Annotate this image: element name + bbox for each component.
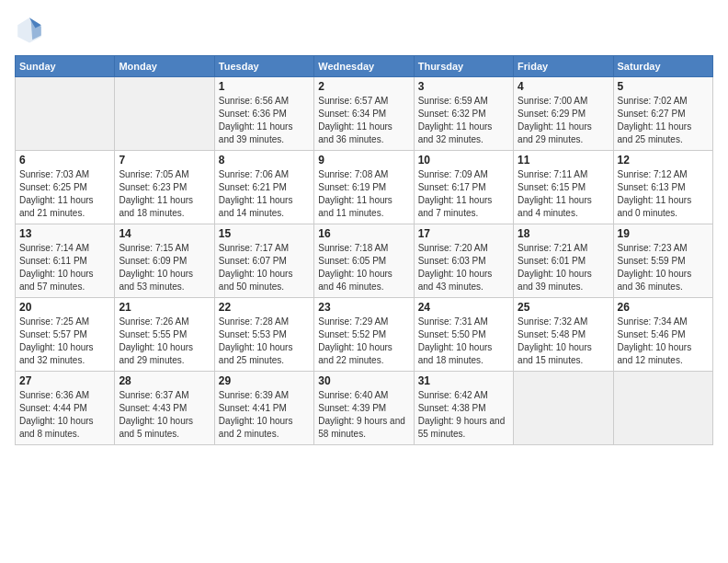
day-number: 4 [518, 80, 609, 93]
day-number: 26 [618, 301, 709, 314]
day-info: Sunrise: 7:25 AM Sunset: 5:57 PM Dayligh… [19, 316, 110, 367]
day-info: Sunrise: 7:14 AM Sunset: 6:11 PM Dayligh… [19, 242, 110, 293]
day-info: Sunrise: 7:02 AM Sunset: 6:27 PM Dayligh… [618, 95, 709, 146]
day-info: Sunrise: 7:05 AM Sunset: 6:23 PM Dayligh… [119, 168, 210, 220]
calendar-cell: 15Sunrise: 7:17 AM Sunset: 6:07 PM Dayli… [214, 224, 313, 298]
day-info: Sunrise: 7:31 AM Sunset: 5:50 PM Dayligh… [418, 316, 509, 367]
calendar-cell: 21Sunrise: 7:26 AM Sunset: 5:55 PM Dayli… [115, 298, 214, 372]
calendar-cell [16, 77, 115, 151]
calendar-cell: 7Sunrise: 7:05 AM Sunset: 6:23 PM Daylig… [115, 151, 214, 224]
logo [15, 15, 50, 44]
day-info: Sunrise: 7:09 AM Sunset: 6:17 PM Dayligh… [418, 168, 509, 220]
day-number: 1 [219, 80, 310, 93]
calendar-cell: 8Sunrise: 7:06 AM Sunset: 6:21 PM Daylig… [214, 151, 313, 224]
calendar-cell: 12Sunrise: 7:12 AM Sunset: 6:13 PM Dayli… [613, 151, 712, 224]
day-number: 31 [418, 374, 509, 387]
day-info: Sunrise: 7:11 AM Sunset: 6:15 PM Dayligh… [518, 168, 609, 220]
calendar-cell: 22Sunrise: 7:28 AM Sunset: 5:53 PM Dayli… [214, 298, 313, 372]
day-number: 20 [19, 301, 110, 314]
day-of-week-header: Saturday [613, 56, 712, 77]
calendar-body: 1Sunrise: 6:56 AM Sunset: 6:36 PM Daylig… [16, 77, 713, 445]
calendar-cell: 10Sunrise: 7:09 AM Sunset: 6:17 PM Dayli… [414, 151, 513, 224]
calendar-cell: 2Sunrise: 6:57 AM Sunset: 6:34 PM Daylig… [314, 77, 414, 151]
day-info: Sunrise: 7:17 AM Sunset: 6:07 PM Dayligh… [219, 242, 310, 293]
calendar-cell: 26Sunrise: 7:34 AM Sunset: 5:46 PM Dayli… [613, 298, 712, 372]
calendar-cell: 11Sunrise: 7:11 AM Sunset: 6:15 PM Dayli… [514, 151, 613, 224]
calendar-table: SundayMondayTuesdayWednesdayThursdayFrid… [15, 55, 713, 445]
day-info: Sunrise: 7:29 AM Sunset: 5:52 PM Dayligh… [318, 316, 409, 367]
calendar-cell: 19Sunrise: 7:23 AM Sunset: 5:59 PM Dayli… [613, 224, 712, 298]
day-number: 28 [119, 374, 210, 387]
day-number: 13 [19, 227, 110, 240]
day-info: Sunrise: 7:18 AM Sunset: 6:05 PM Dayligh… [318, 242, 409, 293]
day-number: 9 [318, 154, 409, 167]
header-row: SundayMondayTuesdayWednesdayThursdayFrid… [16, 56, 713, 77]
day-number: 2 [318, 80, 409, 93]
day-info: Sunrise: 6:37 AM Sunset: 4:43 PM Dayligh… [119, 389, 210, 441]
day-number: 14 [119, 227, 210, 240]
day-info: Sunrise: 6:56 AM Sunset: 6:36 PM Dayligh… [219, 95, 310, 146]
day-number: 5 [618, 80, 709, 93]
day-info: Sunrise: 6:39 AM Sunset: 4:41 PM Dayligh… [219, 389, 310, 441]
day-info: Sunrise: 6:59 AM Sunset: 6:32 PM Dayligh… [418, 95, 509, 146]
calendar-week-row: 6Sunrise: 7:03 AM Sunset: 6:25 PM Daylig… [16, 151, 713, 224]
calendar-cell: 23Sunrise: 7:29 AM Sunset: 5:52 PM Dayli… [314, 298, 414, 372]
day-info: Sunrise: 7:28 AM Sunset: 5:53 PM Dayligh… [219, 316, 310, 367]
calendar-cell: 27Sunrise: 6:36 AM Sunset: 4:44 PM Dayli… [16, 372, 115, 445]
calendar-cell: 18Sunrise: 7:21 AM Sunset: 6:01 PM Dayli… [514, 224, 613, 298]
logo-icon [15, 15, 44, 44]
calendar-cell: 20Sunrise: 7:25 AM Sunset: 5:57 PM Dayli… [16, 298, 115, 372]
calendar-cell: 17Sunrise: 7:20 AM Sunset: 6:03 PM Dayli… [414, 224, 513, 298]
day-of-week-header: Friday [514, 56, 613, 77]
calendar-cell: 14Sunrise: 7:15 AM Sunset: 6:09 PM Dayli… [115, 224, 214, 298]
day-number: 7 [119, 154, 210, 167]
day-of-week-header: Wednesday [314, 56, 414, 77]
day-number: 6 [19, 154, 110, 167]
day-info: Sunrise: 6:40 AM Sunset: 4:39 PM Dayligh… [318, 389, 409, 441]
day-info: Sunrise: 6:57 AM Sunset: 6:34 PM Dayligh… [318, 95, 409, 146]
calendar-cell [115, 77, 214, 151]
calendar-week-row: 27Sunrise: 6:36 AM Sunset: 4:44 PM Dayli… [16, 372, 713, 445]
day-number: 22 [219, 301, 310, 314]
day-number: 15 [219, 227, 310, 240]
calendar-header: SundayMondayTuesdayWednesdayThursdayFrid… [16, 56, 713, 77]
calendar-week-row: 20Sunrise: 7:25 AM Sunset: 5:57 PM Dayli… [16, 298, 713, 372]
day-number: 27 [19, 374, 110, 387]
day-number: 12 [618, 154, 709, 167]
day-number: 29 [219, 374, 310, 387]
calendar-week-row: 13Sunrise: 7:14 AM Sunset: 6:11 PM Dayli… [16, 224, 713, 298]
day-number: 19 [618, 227, 709, 240]
day-info: Sunrise: 6:36 AM Sunset: 4:44 PM Dayligh… [19, 389, 110, 441]
day-of-week-header: Tuesday [214, 56, 313, 77]
calendar-cell: 29Sunrise: 6:39 AM Sunset: 4:41 PM Dayli… [214, 372, 313, 445]
day-number: 11 [518, 154, 609, 167]
calendar-cell: 3Sunrise: 6:59 AM Sunset: 6:32 PM Daylig… [414, 77, 513, 151]
day-number: 18 [518, 227, 609, 240]
calendar-cell: 5Sunrise: 7:02 AM Sunset: 6:27 PM Daylig… [613, 77, 712, 151]
calendar-cell: 25Sunrise: 7:32 AM Sunset: 5:48 PM Dayli… [514, 298, 613, 372]
calendar-cell [613, 372, 712, 445]
day-info: Sunrise: 7:32 AM Sunset: 5:48 PM Dayligh… [518, 316, 609, 367]
day-number: 21 [119, 301, 210, 314]
day-info: Sunrise: 7:03 AM Sunset: 6:25 PM Dayligh… [19, 168, 110, 220]
day-info: Sunrise: 7:21 AM Sunset: 6:01 PM Dayligh… [518, 242, 609, 293]
day-of-week-header: Sunday [16, 56, 115, 77]
calendar-cell: 30Sunrise: 6:40 AM Sunset: 4:39 PM Dayli… [314, 372, 414, 445]
day-info: Sunrise: 7:26 AM Sunset: 5:55 PM Dayligh… [119, 316, 210, 367]
day-info: Sunrise: 7:15 AM Sunset: 6:09 PM Dayligh… [119, 242, 210, 293]
day-info: Sunrise: 7:08 AM Sunset: 6:19 PM Dayligh… [318, 168, 409, 220]
calendar-cell: 4Sunrise: 7:00 AM Sunset: 6:29 PM Daylig… [514, 77, 613, 151]
day-number: 23 [318, 301, 409, 314]
day-info: Sunrise: 7:34 AM Sunset: 5:46 PM Dayligh… [618, 316, 709, 367]
calendar-cell: 13Sunrise: 7:14 AM Sunset: 6:11 PM Dayli… [16, 224, 115, 298]
day-info: Sunrise: 7:23 AM Sunset: 5:59 PM Dayligh… [618, 242, 709, 293]
calendar-cell: 1Sunrise: 6:56 AM Sunset: 6:36 PM Daylig… [214, 77, 313, 151]
calendar-cell: 24Sunrise: 7:31 AM Sunset: 5:50 PM Dayli… [414, 298, 513, 372]
day-number: 16 [318, 227, 409, 240]
day-number: 30 [318, 374, 409, 387]
day-number: 8 [219, 154, 310, 167]
day-info: Sunrise: 7:20 AM Sunset: 6:03 PM Dayligh… [418, 242, 509, 293]
calendar-cell: 16Sunrise: 7:18 AM Sunset: 6:05 PM Dayli… [314, 224, 414, 298]
calendar-cell: 6Sunrise: 7:03 AM Sunset: 6:25 PM Daylig… [16, 151, 115, 224]
day-number: 17 [418, 227, 509, 240]
